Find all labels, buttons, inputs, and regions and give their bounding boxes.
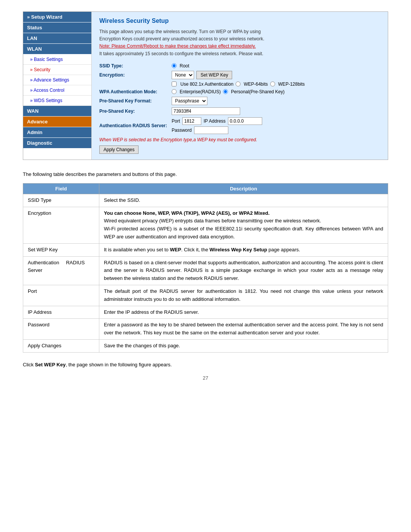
use-8021x-checkbox[interactable] bbox=[172, 81, 177, 86]
pre-shared-format-value: Passphrase bbox=[172, 97, 207, 105]
field-set-wep: Set WEP Key bbox=[23, 243, 99, 256]
desc-auth-radius: RADIUS is based on a client-server model… bbox=[99, 256, 388, 285]
sidebar-item-admin[interactable]: Admin bbox=[23, 127, 91, 138]
pre-shared-key-input[interactable] bbox=[172, 107, 240, 115]
sidebar-item-access-control[interactable]: » Access Control bbox=[23, 85, 91, 96]
field-apply: Apply Changes bbox=[23, 339, 99, 352]
wpa-auth-row: WPA Authentication Mode: Enterprise(RADI… bbox=[99, 89, 380, 94]
desc-apply: Save the the changes of this page. bbox=[99, 339, 388, 352]
wpa-auth-label: WPA Authentication Mode: bbox=[99, 89, 172, 94]
bottom-note: Click Set WEP Key, the page shown in the… bbox=[23, 362, 388, 367]
table-row: Encryption You can choose None, WEP, WPA… bbox=[23, 207, 388, 243]
field-ssid-type: SSID Type bbox=[23, 194, 99, 207]
sidebar-item-security[interactable]: » Security bbox=[23, 65, 91, 75]
desc-encryption: You can choose None, WEP, WPA (TKIP), WP… bbox=[99, 207, 388, 243]
personal-radio[interactable] bbox=[223, 89, 228, 94]
sidebar-item-status[interactable]: Status bbox=[23, 22, 91, 33]
encryption-select[interactable]: None bbox=[172, 71, 194, 79]
8021x-row: Use 802.1x Authentication WEP-64bits WEP… bbox=[99, 81, 380, 87]
sidebar-item-diagnostic[interactable]: Diagnostic bbox=[23, 138, 91, 149]
warning-text: When WEP is selected as the Encryption t… bbox=[99, 137, 380, 142]
main-content-panel: Wireless Security Setup This page allows… bbox=[92, 12, 388, 160]
table-row: Port The default port of the RADIUS serv… bbox=[23, 285, 388, 306]
field-password: Password bbox=[23, 319, 99, 340]
col-description: Description bbox=[99, 183, 388, 194]
table-row: SSID Type Select the SSID. bbox=[23, 194, 388, 207]
desc-port: The default port of the RADIUS server fo… bbox=[99, 285, 388, 306]
sidebar-item-basic-settings[interactable]: » Basic Settings bbox=[23, 54, 91, 65]
table-row: Set WEP Key It is available when you set… bbox=[23, 243, 388, 256]
8021x-value: Use 802.1x Authentication WEP-64bits WEP… bbox=[172, 81, 305, 87]
ip-address-input[interactable] bbox=[228, 117, 262, 125]
wep128-radio[interactable] bbox=[270, 81, 275, 86]
radius-value: Port IP Address Password bbox=[172, 117, 262, 134]
table-row: Authentication RADIUSServer RADIUS is ba… bbox=[23, 256, 388, 285]
wep64-radio[interactable] bbox=[236, 81, 241, 86]
description-table: Field Description SSID Type Select the S… bbox=[23, 183, 388, 353]
pre-shared-key-value bbox=[172, 107, 240, 115]
radius-label: Authentication RADIUS Server: bbox=[99, 123, 172, 128]
table-intro-text: The following table describes the parame… bbox=[23, 171, 388, 177]
sidebar-item-advance[interactable]: Advance bbox=[23, 117, 91, 127]
port-input[interactable] bbox=[182, 117, 201, 125]
ssid-type-value: Root bbox=[172, 63, 189, 69]
pre-shared-format-row: Pre-Shared Key Format: Passphrase bbox=[99, 97, 380, 105]
set-wep-key-button[interactable]: Set WEP Key bbox=[196, 71, 232, 79]
apply-changes-button[interactable]: Apply Changes bbox=[99, 145, 139, 154]
col-field: Field bbox=[23, 183, 99, 194]
pre-shared-format-select[interactable]: Passphrase bbox=[172, 97, 207, 105]
ssid-root-radio[interactable] bbox=[172, 63, 177, 68]
table-row: IP Address Enter the IP address of the R… bbox=[23, 306, 388, 319]
sidebar-item-setup-wizard[interactable]: » Setup Wizard bbox=[23, 12, 91, 22]
sidebar-item-advance-settings[interactable]: » Advance Settings bbox=[23, 75, 91, 85]
table-row: Apply Changes Save the the changes of th… bbox=[23, 339, 388, 352]
desc-set-wep: It is available when you set to WEP. Cli… bbox=[99, 243, 388, 256]
router-panel: » Setup Wizard Status LAN WLAN » Basic S… bbox=[23, 11, 388, 160]
ssid-type-label: SSID Type: bbox=[99, 63, 172, 69]
table-row: Password Enter a password as the key to … bbox=[23, 319, 388, 340]
desc-ssid-type: Select the SSID. bbox=[99, 194, 388, 207]
password-input[interactable] bbox=[194, 126, 228, 134]
description-box: This page allows you setup the wireless … bbox=[99, 28, 380, 58]
encryption-value: None Set WEP Key bbox=[172, 71, 232, 79]
encryption-label: Encryption: bbox=[99, 72, 172, 78]
field-port: Port bbox=[23, 285, 99, 306]
sidebar-item-wds-settings[interactable]: » WDS Settings bbox=[23, 96, 91, 106]
field-ip: IP Address bbox=[23, 306, 99, 319]
radius-server-row: Authentication RADIUS Server: Port IP Ad… bbox=[99, 117, 380, 134]
field-auth-radius: Authentication RADIUSServer bbox=[23, 256, 99, 285]
sidebar-item-wlan[interactable]: WLAN bbox=[23, 44, 91, 54]
desc-password: Enter a password as the key to be shared… bbox=[99, 319, 388, 340]
enterprise-radio[interactable] bbox=[172, 89, 177, 94]
sidebar-item-lan[interactable]: LAN bbox=[23, 33, 91, 44]
page-number: 27 bbox=[23, 375, 388, 381]
page-title: Wireless Security Setup bbox=[99, 18, 380, 24]
field-encryption: Encryption bbox=[23, 207, 99, 243]
desc-ip: Enter the IP address of the RADIUS serve… bbox=[99, 306, 388, 319]
radius-port-row: Port IP Address bbox=[172, 117, 262, 125]
sidebar: » Setup Wizard Status LAN WLAN » Basic S… bbox=[23, 12, 92, 160]
pre-shared-key-row: Pre-Shared Key: bbox=[99, 107, 380, 115]
encryption-row: Encryption: None Set WEP Key bbox=[99, 71, 380, 79]
pre-shared-key-label: Pre-Shared Key: bbox=[99, 109, 172, 114]
radius-password-row: Password bbox=[172, 126, 262, 134]
pre-shared-format-label: Pre-Shared Key Format: bbox=[99, 98, 172, 104]
wpa-auth-value: Enterprise(RADIUS) Personal(Pre-Shared K… bbox=[172, 89, 285, 94]
ssid-type-row: SSID Type: Root bbox=[99, 63, 380, 69]
sidebar-item-wan[interactable]: WAN bbox=[23, 106, 91, 117]
